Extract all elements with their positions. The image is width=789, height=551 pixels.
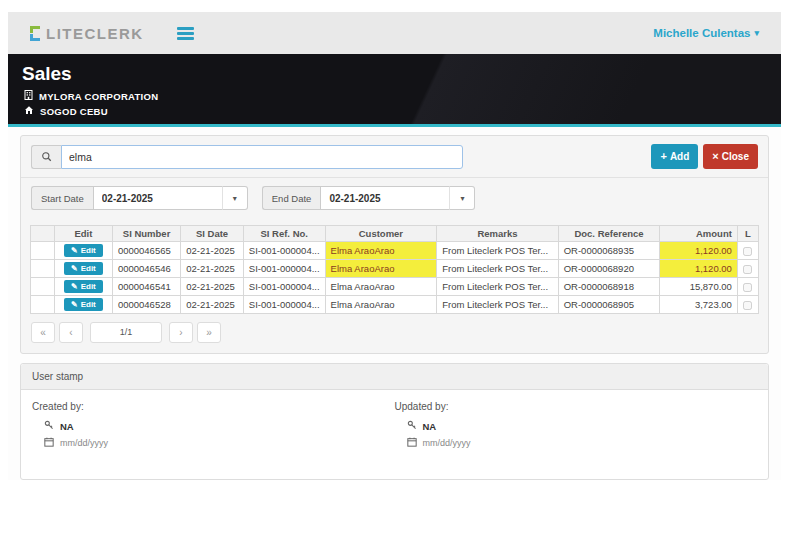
updated-by-user: NA <box>423 421 437 432</box>
page-last-icon: » <box>206 327 212 338</box>
doc-reference-cell: OR-0000068918 <box>558 278 660 296</box>
date-filter-row: Start Date ▾ End Date ▾ <box>21 177 768 218</box>
si-date-cell: 02-21-2025 <box>181 296 244 314</box>
si-date-cell: 02-21-2025 <box>181 278 244 296</box>
top-navbar: LITECLERK Michelle Culentas ▾ <box>8 12 781 54</box>
start-date-caret-button[interactable]: ▾ <box>222 186 248 210</box>
col-header-customer[interactable]: Customer <box>325 226 437 242</box>
si-date-cell: 02-21-2025 <box>181 260 244 278</box>
menu-toggle-button[interactable] <box>174 24 197 43</box>
start-date-group: Start Date ▾ <box>31 186 248 210</box>
col-header-si-date[interactable]: SI Date <box>181 226 244 242</box>
amount-cell: 1,120.00 <box>660 242 738 260</box>
sales-table-body: ✎ Edit 0000046565 02-21-2025 SI-001-0000… <box>31 242 759 314</box>
si-ref-cell: SI-001-000004... <box>243 260 325 278</box>
search-row: + Add × Close <box>21 136 768 177</box>
brand-logo[interactable]: LITECLERK <box>30 25 144 42</box>
table-row: ✎ Edit 0000046528 02-21-2025 SI-001-0000… <box>31 296 759 314</box>
l-cell <box>737 278 758 296</box>
app-root: LITECLERK Michelle Culentas ▾ Sales MYLO… <box>0 0 789 480</box>
page-prev-button[interactable]: ‹ <box>59 322 83 343</box>
search-input[interactable] <box>61 145 463 169</box>
edit-button-label: Edit <box>81 300 96 309</box>
doc-reference-cell: OR-0000068920 <box>558 260 660 278</box>
search-icon-button[interactable] <box>31 145 61 169</box>
row-select-cell <box>31 278 55 296</box>
created-by-user: NA <box>60 421 74 432</box>
remarks-cell: From Liteclerk POS Ter... <box>437 278 559 296</box>
key-icon <box>44 420 54 432</box>
page-last-button[interactable]: » <box>197 322 221 343</box>
row-select-cell <box>31 242 55 260</box>
sales-panel: + Add × Close Start Date ▾ End Date <box>20 135 769 354</box>
si-number-cell: 0000046546 <box>112 260 180 278</box>
calendar-icon <box>44 437 54 449</box>
page-next-icon: › <box>179 327 182 338</box>
end-date-input[interactable] <box>320 186 450 210</box>
col-header-doc-reference[interactable]: Doc. Reference <box>558 226 660 242</box>
edit-button[interactable]: ✎ Edit <box>64 244 103 257</box>
edit-button-label: Edit <box>81 246 96 255</box>
customer-cell: Elma AraoArao <box>325 260 437 278</box>
key-icon <box>407 420 417 432</box>
add-button[interactable]: + Add <box>651 144 698 169</box>
row-select-cell <box>31 260 55 278</box>
user-menu[interactable]: Michelle Culentas ▾ <box>653 27 759 39</box>
edit-cell: ✎ Edit <box>54 242 112 260</box>
created-by-date: mm/dd/yyyy <box>60 438 108 448</box>
main-content: + Add × Close Start Date ▾ End Date <box>8 127 781 480</box>
col-header-l[interactable]: L <box>737 226 758 242</box>
l-cell <box>737 242 758 260</box>
amount-cell: 1,120.00 <box>660 260 738 278</box>
l-checkbox[interactable] <box>743 247 752 256</box>
amount-cell: 15,870.00 <box>660 278 738 296</box>
caret-down-icon: ▾ <box>233 194 237 203</box>
user-stamp-panel: User stamp Created by: NA mm/dd/yyy <box>20 363 769 480</box>
amount-cell: 3,723.00 <box>660 296 738 314</box>
building-icon <box>24 90 33 102</box>
edit-button[interactable]: ✎ Edit <box>64 280 103 293</box>
pencil-icon: ✎ <box>71 300 78 309</box>
col-header-remarks[interactable]: Remarks <box>437 226 559 242</box>
col-header-amount[interactable]: Amount <box>660 226 738 242</box>
updated-by-block: Updated by: NA mm/dd/yyyy <box>395 401 758 449</box>
pencil-icon: ✎ <box>71 282 78 291</box>
edit-cell: ✎ Edit <box>54 296 112 314</box>
edit-button[interactable]: ✎ Edit <box>64 298 103 311</box>
user-stamp-title: User stamp <box>21 364 768 390</box>
hamburger-icon <box>177 27 194 30</box>
page-info: 1/1 <box>90 322 162 343</box>
l-cell <box>737 296 758 314</box>
table-row: ✎ Edit 0000046541 02-21-2025 SI-001-0000… <box>31 278 759 296</box>
page-first-icon: « <box>40 327 46 338</box>
pagination: « ‹ 1/1 › » <box>21 317 768 353</box>
si-number-cell: 0000046565 <box>112 242 180 260</box>
page-next-button[interactable]: › <box>169 322 193 343</box>
page-first-button[interactable]: « <box>31 322 55 343</box>
si-ref-cell: SI-001-000004... <box>243 296 325 314</box>
close-button[interactable]: × Close <box>703 144 758 169</box>
end-date-group: End Date ▾ <box>262 186 476 210</box>
l-checkbox[interactable] <box>743 301 752 310</box>
end-date-caret-button[interactable]: ▾ <box>449 186 475 210</box>
user-name: Michelle Culentas <box>653 27 750 39</box>
company-name: MYLORA CORPORATION <box>39 91 158 102</box>
remarks-cell: From Liteclerk POS Ter... <box>437 296 559 314</box>
doc-reference-cell: OR-0000068905 <box>558 296 660 314</box>
caret-down-icon: ▾ <box>460 194 464 203</box>
l-checkbox[interactable] <box>743 283 752 292</box>
col-header-edit[interactable]: Edit <box>54 226 112 242</box>
start-date-input[interactable] <box>93 186 223 210</box>
col-header-si-ref[interactable]: SI Ref. No. <box>243 226 325 242</box>
calendar-icon <box>407 437 417 449</box>
edit-button[interactable]: ✎ Edit <box>64 262 103 275</box>
edit-cell: ✎ Edit <box>54 260 112 278</box>
l-checkbox[interactable] <box>743 265 752 274</box>
table-wrap: Edit SI Number SI Date SI Ref. No. Custo… <box>21 218 768 317</box>
end-date-label: End Date <box>262 186 321 210</box>
page-title: Sales <box>22 63 781 85</box>
start-date-label: Start Date <box>31 186 93 210</box>
remarks-cell: From Liteclerk POS Ter... <box>437 260 559 278</box>
col-header-si-number[interactable]: SI Number <box>112 226 180 242</box>
sales-table: Edit SI Number SI Date SI Ref. No. Custo… <box>30 225 759 314</box>
